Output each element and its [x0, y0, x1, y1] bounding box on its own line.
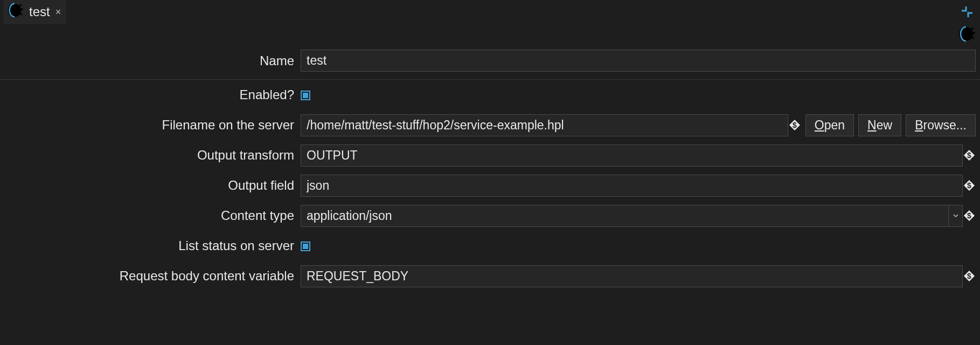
row-content-type: Content type [0, 201, 980, 231]
chevron-down-icon[interactable] [948, 205, 962, 226]
label-content-type: Content type [0, 208, 301, 223]
label-name: Name [0, 53, 301, 68]
enabled-checkbox[interactable] [301, 91, 310, 100]
content-type-combo[interactable] [301, 205, 963, 227]
collapse-icon[interactable] [957, 3, 977, 20]
toolbar [0, 24, 980, 47]
content-type-input[interactable] [301, 205, 948, 226]
row-list-status: List status on server [0, 231, 980, 261]
new-button[interactable]: New [858, 114, 901, 136]
label-filename: Filename on the server [0, 118, 301, 133]
row-output-transform: Output transform [0, 140, 980, 170]
tab-bar: test × [0, 0, 980, 24]
row-filename: Filename on the server Open New Browse..… [0, 110, 980, 140]
label-list-status: List status on server [0, 238, 301, 253]
row-name: Name [0, 47, 980, 80]
variable-icon[interactable] [963, 270, 976, 282]
request-body-input[interactable] [301, 265, 963, 287]
tab-title: test [29, 4, 50, 19]
variable-icon[interactable] [963, 209, 976, 222]
label-output-field: Output field [0, 178, 301, 193]
browse-rest: rowse... [923, 118, 967, 132]
tab-test[interactable]: test × [3, 0, 66, 24]
browse-button[interactable]: Browse... [906, 114, 976, 136]
row-output-field: Output field [0, 170, 980, 201]
world-icon [6, 2, 24, 22]
output-field-input[interactable] [301, 175, 963, 197]
row-enabled: Enabled? [0, 80, 980, 110]
new-rest: ew [877, 118, 892, 132]
label-output-transform: Output transform [0, 148, 301, 163]
row-request-body: Request body content variable [0, 261, 980, 291]
close-icon[interactable]: × [55, 7, 61, 17]
name-input[interactable] [301, 50, 976, 72]
open-rest: pen [824, 118, 845, 132]
label-enabled: Enabled? [0, 87, 301, 102]
filename-input[interactable] [301, 114, 788, 136]
list-status-checkbox[interactable] [301, 242, 310, 251]
open-button[interactable]: Open [805, 114, 854, 136]
variable-icon[interactable] [788, 119, 801, 132]
world-icon[interactable] [957, 25, 976, 46]
variable-icon[interactable] [963, 179, 976, 192]
output-transform-input[interactable] [301, 144, 963, 167]
variable-icon[interactable] [963, 149, 976, 162]
label-request-body: Request body content variable [0, 268, 301, 284]
form: Name Enabled? Filename on the server Ope… [0, 47, 980, 291]
